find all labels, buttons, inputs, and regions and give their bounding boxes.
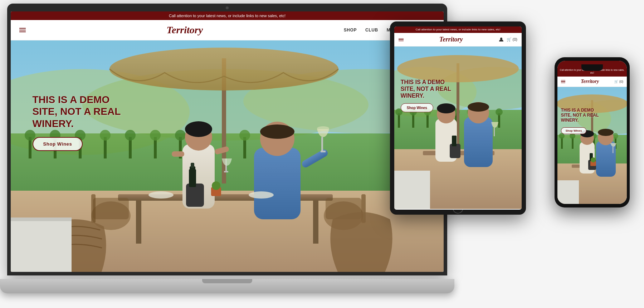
laptop-heading-line2: SITE, NOT A REAL [33, 106, 121, 118]
tablet-hero-heading: THIS IS A DEMO SITE, NOT A REAL WINERY. [401, 78, 451, 99]
tablet-nav-icons: 🛒 (0) [499, 37, 518, 43]
tablet-heading-line1: THIS IS A DEMO [401, 78, 451, 85]
phone-heading-line3: WINERY. [561, 118, 599, 123]
tablet-site-title[interactable]: Territory [439, 36, 463, 43]
laptop-shop-wines-button[interactable]: Shop Wines [33, 137, 83, 151]
laptop-base [0, 279, 454, 293]
laptop-notch [202, 279, 252, 283]
laptop-hamburger-icon[interactable] [19, 28, 26, 32]
laptop-heading-line3: WINERY. [33, 118, 121, 130]
phone-device: Call attention to your latest news, or i… [555, 57, 630, 207]
laptop-site-title[interactable]: Territory [167, 24, 203, 36]
tablet-shop-wines-button[interactable]: Shop Wines [401, 103, 433, 112]
laptop-announcement-bar: Call attention to your latest news, or i… [11, 11, 444, 20]
phone-shop-wines-button[interactable]: Shop Wines [561, 127, 587, 134]
laptop-outer-frame: Call attention to your latest news, or i… [7, 4, 447, 275]
phone-nav: Territory 🛒 (0) [557, 77, 627, 87]
phone-hero: THIS IS A DEMO SITE, NOT A REAL WINERY. … [557, 87, 627, 204]
phone-screen: Call attention to your latest news, or i… [557, 61, 627, 204]
phone-site-title[interactable]: Territory [581, 79, 599, 84]
phone-hero-heading: THIS IS A DEMO SITE, NOT A REAL WINERY. [561, 107, 599, 123]
tablet-hero-content: THIS IS A DEMO SITE, NOT A REAL WINERY. … [401, 78, 451, 112]
phone-cart-label[interactable]: 🛒 (0) [614, 80, 623, 83]
tablet-cart-label[interactable]: 🛒 (0) [507, 37, 518, 42]
phone-heading-line1: THIS IS A DEMO [561, 107, 599, 112]
laptop-hero-content: THIS IS A DEMO SITE, NOT A REAL WINERY. … [33, 94, 121, 151]
laptop-nav: Territory SHOP CLUB MAILING LIST [11, 20, 444, 40]
tablet-announcement-bar: Call attention to your latest news, or i… [394, 26, 522, 33]
phone-notch [581, 64, 603, 71]
laptop-screen: Call attention to your latest news, or i… [11, 11, 444, 272]
tablet-heading-line2: SITE, NOT A REAL [401, 85, 451, 92]
laptop-announcement-text: Call attention to your latest news, or i… [169, 14, 286, 18]
phone-hamburger-icon[interactable] [561, 80, 565, 83]
laptop-nav-club[interactable]: CLUB [365, 28, 378, 33]
svg-rect-98 [394, 47, 522, 209]
laptop-nav-shop[interactable]: SHOP [344, 28, 357, 33]
tablet-hero-svg [394, 47, 522, 209]
tablet-hero: THIS IS A DEMO SITE, NOT A REAL WINERY. … [394, 47, 522, 209]
tablet-outer-frame: Call attention to your latest news, or i… [390, 21, 526, 215]
laptop-hero: THIS IS A DEMO SITE, NOT A REAL WINERY. … [11, 40, 444, 272]
laptop-camera [226, 6, 229, 9]
svg-rect-131 [557, 87, 627, 204]
laptop-hero-heading: THIS IS A DEMO SITE, NOT A REAL WINERY. [33, 94, 121, 130]
tablet-heading-line3: WINERY. [401, 92, 451, 99]
phone-heading-line2: SITE, NOT A REAL [561, 113, 599, 118]
svg-rect-62 [11, 40, 444, 272]
phone-hero-svg [557, 87, 627, 204]
scene: Call attention to your latest news, or i… [0, 0, 644, 308]
laptop-heading-line1: THIS IS A DEMO [33, 94, 121, 106]
laptop-device: Call attention to your latest news, or i… [0, 0, 454, 293]
laptop-hero-svg-scene [11, 40, 444, 272]
tablet-nav: Territory 🛒 (0) [394, 33, 522, 47]
phone-outer-frame: Call attention to your latest news, or i… [555, 57, 630, 207]
tablet-hamburger-icon[interactable] [399, 38, 404, 41]
tablet-announcement-text: Call attention to your latest news, or i… [415, 28, 500, 31]
tablet-screen: Call attention to your latest news, or i… [394, 26, 522, 210]
tablet-user-icon[interactable] [499, 37, 504, 43]
phone-hero-content: THIS IS A DEMO SITE, NOT A REAL WINERY. … [561, 107, 599, 134]
tablet-device: Call attention to your latest news, or i… [390, 21, 526, 215]
